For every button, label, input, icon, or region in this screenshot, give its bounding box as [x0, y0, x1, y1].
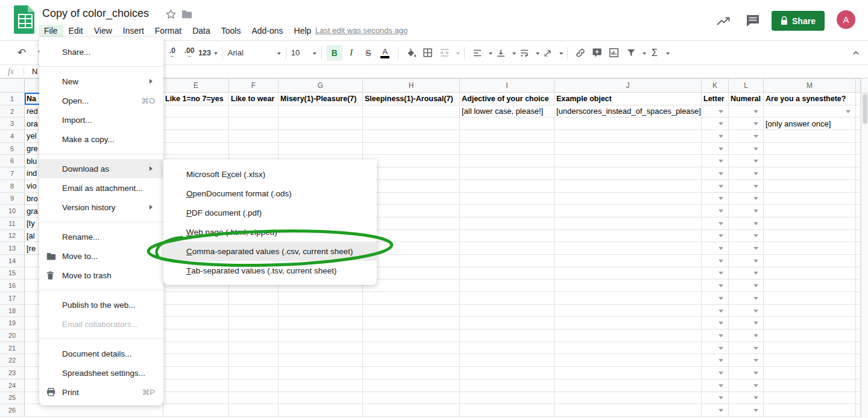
cell-E5[interactable]: [163, 143, 229, 155]
row-header-21[interactable]: 21: [0, 342, 25, 355]
cell-G20[interactable]: [278, 329, 363, 342]
cell-L24[interactable]: [729, 379, 764, 392]
cell-K13[interactable]: [702, 242, 729, 255]
cell-L11[interactable]: [729, 217, 764, 230]
text-rotation-icon[interactable]: [540, 45, 556, 61]
cell-M12[interactable]: [764, 230, 856, 243]
cell-G25[interactable]: [278, 392, 363, 405]
cell-H6[interactable]: [363, 155, 460, 167]
cell-H13[interactable]: [363, 242, 460, 255]
cell-I21[interactable]: [460, 342, 555, 355]
submenu-item-opendocument-format-ods[interactable]: OpenDocument format (.ods): [163, 184, 377, 203]
cell-J5[interactable]: [555, 143, 702, 155]
menu-item-move-to[interactable]: Move to...: [39, 246, 163, 266]
text-color-icon[interactable]: A: [377, 45, 393, 61]
cell-K6[interactable]: [702, 155, 729, 167]
cell-dropdown-icon[interactable]: [753, 160, 758, 165]
cell-H25[interactable]: [363, 392, 460, 405]
menu-tools[interactable]: Tools: [216, 25, 247, 37]
insert-link-icon[interactable]: [573, 45, 588, 61]
cell-H8[interactable]: [363, 180, 460, 193]
cell-J3[interactable]: [555, 117, 702, 130]
cell-H22[interactable]: [363, 354, 460, 367]
menu-file[interactable]: File: [39, 25, 63, 37]
row-header-11[interactable]: 11: [0, 217, 25, 230]
row-header-14[interactable]: 14: [0, 255, 25, 267]
bold-icon[interactable]: B: [327, 45, 342, 61]
cell-M18[interactable]: [764, 305, 856, 317]
cell-L13[interactable]: [729, 242, 764, 255]
cell-partial-9[interactable]: [856, 193, 861, 205]
column-header-I[interactable]: I: [460, 79, 555, 92]
cell-partial-24[interactable]: [856, 379, 861, 392]
horizontal-align-icon[interactable]: [470, 45, 485, 61]
row-header-7[interactable]: 7: [0, 167, 25, 180]
cell-L9[interactable]: [729, 193, 764, 205]
cell-partial-10[interactable]: [856, 205, 861, 217]
cell-dropdown-icon[interactable]: [753, 284, 758, 290]
cell-G4[interactable]: [278, 130, 363, 143]
row-header-2[interactable]: 2: [0, 105, 25, 118]
cell-L6[interactable]: [729, 155, 764, 167]
cell-dropdown-icon[interactable]: [719, 284, 723, 290]
cell-H18[interactable]: [363, 305, 460, 317]
menu-item-open[interactable]: Open...⌘O: [39, 91, 163, 110]
cell-J21[interactable]: [555, 342, 702, 355]
cell-M5[interactable]: [764, 143, 856, 155]
row-header-19[interactable]: 19: [0, 317, 25, 329]
cell-dropdown-icon[interactable]: [719, 197, 723, 202]
cell-J7[interactable]: [555, 167, 702, 180]
cell-dropdown-icon[interactable]: [719, 148, 723, 153]
cell-dropdown-icon[interactable]: [753, 272, 758, 277]
cell-dropdown-icon[interactable]: [753, 359, 758, 364]
cell-J1[interactable]: Example object: [555, 93, 702, 105]
cell-partial-21[interactable]: [856, 342, 861, 355]
column-header-partial[interactable]: [856, 79, 861, 92]
row-header-23[interactable]: 23: [0, 367, 25, 379]
menu-item-version-history[interactable]: Version history: [39, 198, 163, 217]
cell-partial-7[interactable]: [856, 167, 861, 180]
cell-M14[interactable]: [764, 255, 856, 267]
cell-dropdown-icon[interactable]: [719, 409, 723, 414]
cell-E21[interactable]: [163, 342, 229, 355]
cell-H3[interactable]: [363, 117, 460, 130]
cell-M15[interactable]: [764, 267, 856, 280]
cell-L12[interactable]: [729, 230, 764, 243]
cell-L23[interactable]: [729, 367, 764, 379]
cell-M25[interactable]: [764, 392, 856, 405]
vertical-align-icon[interactable]: [493, 45, 509, 61]
cell-J10[interactable]: [555, 205, 702, 217]
cell-H5[interactable]: [363, 143, 460, 155]
document-title[interactable]: Copy of color_choices: [42, 7, 149, 20]
cell-L18[interactable]: [729, 305, 764, 317]
cell-K26[interactable]: [702, 404, 729, 417]
merge-cells-icon[interactable]: [437, 45, 453, 61]
cell-K19[interactable]: [702, 317, 729, 329]
cell-G26[interactable]: [278, 404, 363, 417]
cell-L21[interactable]: [729, 342, 764, 355]
cell-I6[interactable]: [460, 155, 555, 167]
cell-K23[interactable]: [702, 367, 729, 379]
cell-J23[interactable]: [555, 367, 702, 379]
last-edit-status[interactable]: Last edit was seconds ago: [315, 26, 407, 35]
cell-H11[interactable]: [363, 217, 460, 230]
star-icon[interactable]: [165, 8, 177, 20]
row-header-3[interactable]: 3: [0, 117, 25, 130]
cell-I15[interactable]: [460, 267, 555, 280]
functions-icon[interactable]: Σ: [647, 45, 662, 61]
cell-J25[interactable]: [555, 392, 702, 405]
cell-M4[interactable]: [764, 130, 856, 143]
menu-item-email-as-attachment[interactable]: Email as attachment...: [39, 178, 163, 198]
cell-partial-18[interactable]: [856, 305, 861, 317]
row-header-12[interactable]: 12: [0, 230, 25, 243]
collapse-toolbar-icon[interactable]: [850, 47, 862, 59]
cell-M8[interactable]: [764, 180, 856, 193]
text-wrap-icon[interactable]: [517, 45, 532, 61]
column-header-F[interactable]: F: [229, 79, 278, 92]
cell-K24[interactable]: [702, 379, 729, 392]
submenu-item-tab-separated-values-tsv-current-sheet[interactable]: Tab-separated values (.tsv, current shee…: [163, 261, 377, 280]
increase-decimal-icon[interactable]: .00→: [181, 45, 197, 61]
cell-K7[interactable]: [702, 167, 729, 180]
cell-dropdown-icon[interactable]: [753, 135, 758, 140]
cell-K20[interactable]: [702, 329, 729, 342]
